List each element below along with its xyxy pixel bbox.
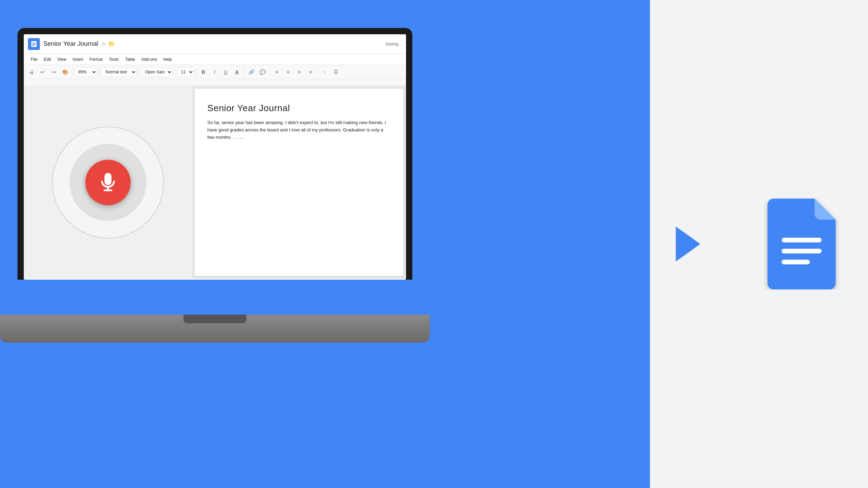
laptop: Senior Year Journal ☆ 📁 Saving... File E… [17, 28, 430, 343]
menu-format[interactable]: Format [87, 56, 106, 63]
align-right-button[interactable]: ≡ [294, 67, 304, 77]
doc-page: Senior Year Journal So far, senior year … [195, 89, 403, 276]
print-button[interactable]: 🖨 [27, 67, 36, 77]
toolbar-sep-3 [139, 69, 139, 76]
zoom-select[interactable]: 85% 100% [74, 67, 97, 77]
voice-circle-mid [70, 144, 146, 221]
voice-mic-button[interactable] [85, 160, 131, 205]
doc-panel[interactable]: Senior Year Journal So far, senior year … [192, 86, 406, 279]
text-color-button[interactable]: A [232, 67, 242, 77]
svg-rect-4 [32, 43, 36, 43]
doc-title: Senior Year Journal [207, 103, 391, 114]
menu-table[interactable]: Table [122, 56, 138, 63]
svg-rect-0 [782, 238, 822, 242]
toolbar-sep-5 [196, 69, 196, 76]
toolbar-sep-7 [269, 69, 270, 76]
star-icon[interactable]: ☆ [101, 41, 106, 47]
title-icons: ☆ 📁 [101, 41, 115, 47]
menu-edit[interactable]: Edit [41, 56, 54, 63]
menu-addons[interactable]: Add-ons [139, 56, 160, 63]
list-button[interactable]: ☰ [331, 67, 341, 77]
doc-body[interactable]: So far, senior year has been amazing. I … [207, 119, 391, 141]
menu-bar: File Edit View Insert Format Tools Table… [24, 54, 406, 65]
paint-format-button[interactable]: 🎨 [60, 67, 70, 77]
font-size-select[interactable]: 11 12 [177, 67, 194, 77]
ruler [24, 79, 406, 86]
redo-button[interactable]: ↪ [49, 67, 59, 77]
underline-button[interactable]: U [221, 67, 231, 77]
toolbar-sep-2 [99, 69, 100, 76]
svg-rect-2 [782, 260, 810, 264]
menu-insert[interactable]: Insert [70, 56, 86, 63]
menu-view[interactable]: View [55, 56, 69, 63]
laptop-screen: Senior Year Journal ☆ 📁 Saving... File E… [17, 28, 412, 280]
align-justify-button[interactable]: ≡ [305, 67, 315, 77]
svg-rect-6 [32, 45, 35, 46]
menu-tools[interactable]: Tools [106, 56, 122, 63]
toolbar-sep-6 [244, 69, 244, 76]
folder-icon[interactable]: 📁 [108, 41, 115, 47]
menu-help[interactable]: Help [160, 56, 175, 63]
line-spacing-button[interactable]: ↕ [320, 67, 330, 77]
title-area: Senior Year Journal ☆ 📁 [43, 40, 115, 48]
toolbar-sep-4 [175, 69, 175, 76]
menu-file[interactable]: File [28, 56, 40, 63]
content-area: Senior Year Journal So far, senior year … [24, 86, 406, 279]
google-docs-icon [763, 199, 840, 289]
comment-button[interactable]: 💬 [258, 67, 267, 77]
voice-circle-outer [52, 127, 164, 238]
undo-button[interactable]: ↩ [38, 67, 48, 77]
laptop-base [0, 315, 430, 343]
gdocs-header: Senior Year Journal ☆ 📁 Saving... [24, 34, 406, 54]
voice-panel [24, 86, 192, 279]
svg-rect-5 [32, 44, 36, 45]
bold-button[interactable]: B [198, 67, 208, 77]
saving-status: Saving... [385, 42, 402, 46]
align-center-button[interactable]: ≡ [283, 67, 293, 77]
link-button[interactable]: 🔗 [246, 67, 256, 77]
screen-content: Senior Year Journal ☆ 📁 Saving... File E… [24, 34, 406, 280]
font-select[interactable]: Open Sans Arial [141, 67, 173, 77]
svg-rect-1 [782, 249, 822, 253]
document-title: Senior Year Journal [43, 40, 98, 48]
style-select[interactable]: Normal text Heading 1 [102, 67, 137, 77]
toolbar: 🖨 ↩ ↪ 🎨 85% 100% Normal text Heading 1 O… [24, 65, 406, 79]
arrow-icon [676, 227, 700, 261]
toolbar-sep-1 [72, 69, 72, 76]
toolbar-sep-8 [317, 69, 318, 76]
italic-button[interactable]: I [210, 67, 219, 77]
align-left-button[interactable]: ≡ [272, 67, 282, 77]
laptop-hinge [183, 315, 246, 323]
gdocs-logo [28, 38, 40, 50]
